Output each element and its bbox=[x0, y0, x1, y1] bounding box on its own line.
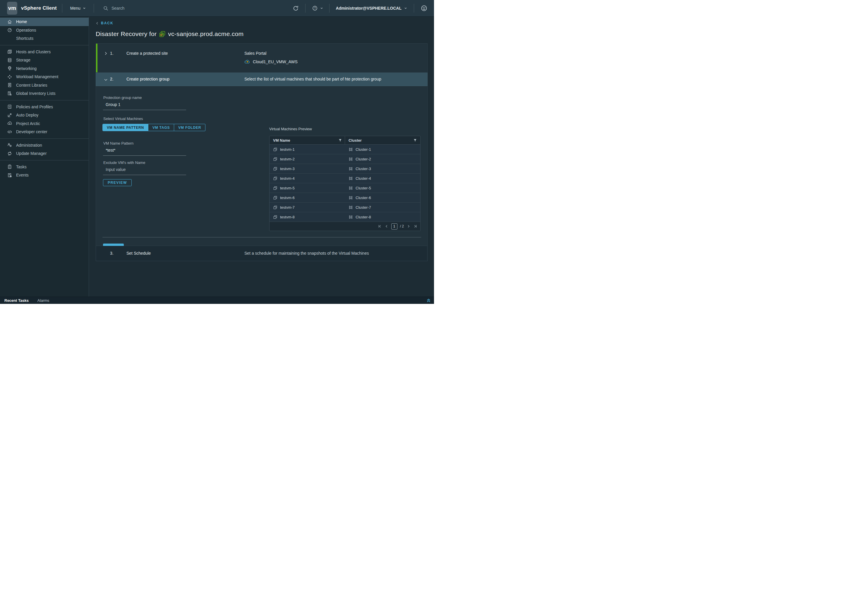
chevron-left-icon bbox=[96, 22, 99, 25]
table-row[interactable]: testvm-3 Cluster-3 bbox=[270, 164, 420, 174]
vm-preview-table: VM Name Cluster testvm-1 Cluster-1 t bbox=[269, 136, 420, 231]
sidebar-item-content-libraries[interactable]: Content Libraries bbox=[0, 81, 89, 90]
page-total-label: / 2 bbox=[400, 224, 404, 228]
step2-description: Select the list of virtual machines that… bbox=[244, 77, 381, 81]
sidebar-item-project-arctic[interactable]: Project Arctic bbox=[0, 119, 89, 128]
first-page-icon[interactable] bbox=[378, 224, 382, 228]
wizard-step-3[interactable]: 3. Set Schedule Set a schedule for maint… bbox=[96, 246, 428, 261]
expand-step1-chevron-right-icon[interactable] bbox=[104, 51, 108, 55]
sidebar-item-developer-center[interactable]: Developer center bbox=[0, 128, 89, 136]
sidebar-item-shortcuts[interactable]: Shortcuts bbox=[0, 34, 89, 43]
wizard-step-2-header[interactable]: 2. Create protection group Select the li… bbox=[96, 73, 428, 86]
vm-name-pattern-input[interactable] bbox=[103, 148, 186, 156]
tab-vm-folder[interactable]: VM FOLDER bbox=[174, 124, 205, 131]
tasks-icon bbox=[7, 164, 12, 169]
sidebar-item-global-inventory-lists[interactable]: Global Inventory Lists bbox=[0, 89, 89, 98]
step3-description: Set a schedule for maintaining the snaps… bbox=[244, 251, 369, 256]
cluster-icon bbox=[349, 215, 353, 219]
storage-icon bbox=[7, 58, 12, 63]
sidebar-item-label: Networking bbox=[16, 66, 37, 71]
table-row[interactable]: testvm-2 Cluster-2 bbox=[270, 154, 420, 164]
back-button[interactable]: BACK bbox=[96, 21, 113, 25]
sidebar-item-hosts-and-clusters[interactable]: Hosts and Clusters bbox=[0, 48, 89, 56]
sidebar-item-tasks[interactable]: Tasks bbox=[0, 163, 89, 171]
vm-preview-title: Virtual Machines Preview bbox=[269, 127, 312, 131]
cluster-icon bbox=[349, 186, 353, 190]
current-page-input[interactable]: 1 bbox=[391, 223, 397, 230]
last-page-icon[interactable] bbox=[413, 224, 417, 228]
vm-selection-tabs: VM NAME PATTERN VM TAGS VM FOLDER bbox=[102, 124, 205, 131]
collapse-step2-chevron-down-icon[interactable] bbox=[104, 78, 108, 82]
sidebar-divider bbox=[0, 100, 89, 101]
select-vms-label: Select Virtual Machines bbox=[103, 116, 143, 121]
table-row[interactable]: testvm-4 Cluster-4 bbox=[270, 174, 420, 183]
sidebar-item-storage[interactable]: Storage bbox=[0, 56, 89, 64]
chevron-down-icon bbox=[82, 6, 86, 10]
cluster-icon bbox=[349, 205, 353, 210]
table-row[interactable]: testvm-6 Cluster-6 bbox=[270, 193, 420, 203]
vm-icon bbox=[273, 186, 277, 190]
sidebar-item-administration[interactable]: Administration bbox=[0, 141, 89, 150]
sidebar-item-networking[interactable]: Networking bbox=[0, 64, 89, 73]
sidebar-item-workload-management[interactable]: Workload Management bbox=[0, 73, 89, 81]
sidebar-item-home[interactable]: Home bbox=[0, 17, 89, 26]
global-inventory-lists-icon bbox=[7, 91, 12, 96]
sidebar-item-label: Workload Management bbox=[16, 74, 58, 79]
global-search[interactable]: Search bbox=[103, 6, 124, 11]
column-header-cluster[interactable]: Cluster bbox=[345, 136, 420, 144]
table-row[interactable]: testvm-5 Cluster-5 bbox=[270, 183, 420, 193]
feedback-button[interactable] bbox=[420, 5, 428, 12]
project-arctic-icon bbox=[7, 121, 12, 126]
cluster-icon bbox=[349, 166, 353, 171]
group-name-input[interactable] bbox=[103, 102, 186, 110]
menu-label: Menu bbox=[70, 6, 81, 11]
help-menu[interactable]: ? bbox=[312, 5, 323, 11]
vcenter-icon bbox=[159, 31, 165, 37]
page-title: Disaster Recovery for vc-sanjose.prod.ac… bbox=[96, 31, 243, 37]
vmware-logo-text: vm bbox=[8, 5, 16, 11]
group-name-label: Protection group name bbox=[103, 95, 142, 100]
step1-title: Create a protected site bbox=[126, 51, 168, 56]
header-divider bbox=[62, 4, 62, 12]
filter-icon[interactable] bbox=[339, 139, 342, 142]
recent-tasks-tab[interactable]: Recent Tasks bbox=[5, 298, 29, 303]
filter-icon[interactable] bbox=[414, 139, 417, 142]
previous-page-icon[interactable] bbox=[384, 224, 389, 228]
exclude-vms-input[interactable] bbox=[103, 167, 186, 175]
app-title: vSphere Client bbox=[21, 5, 57, 11]
smiley-icon bbox=[420, 5, 428, 12]
sidebar-item-label: Policies and Profiles bbox=[16, 104, 53, 109]
vmware-logo[interactable]: vm bbox=[7, 2, 17, 15]
tab-vm-name-pattern[interactable]: VM NAME PATTERN bbox=[103, 124, 148, 131]
refresh-button[interactable] bbox=[293, 5, 299, 11]
networking-icon bbox=[7, 66, 12, 71]
sidebar-item-label: Operations bbox=[16, 28, 36, 33]
alarms-tab[interactable]: Alarms bbox=[37, 298, 49, 303]
back-label: BACK bbox=[101, 21, 113, 25]
sidebar-item-policies-and-profiles[interactable]: Policies and Profiles bbox=[0, 103, 89, 111]
next-page-icon[interactable] bbox=[406, 224, 411, 228]
sidebar-item-label: Hosts and Clusters bbox=[16, 50, 51, 54]
table-row[interactable]: testvm-1 Cluster-1 bbox=[270, 144, 420, 154]
sidebar-item-label: Events bbox=[16, 173, 29, 177]
step3-number: 3. bbox=[110, 251, 113, 256]
table-row[interactable]: testvm-7 Cluster-7 bbox=[270, 203, 420, 212]
sidebar-item-update-manager[interactable]: Update Manager bbox=[0, 149, 89, 158]
sidebar-item-label: Project Arctic bbox=[16, 121, 40, 126]
sidebar-item-label: Content Libraries bbox=[16, 83, 47, 87]
vm-icon bbox=[273, 205, 277, 210]
sidebar-item-operations[interactable]: Operations bbox=[0, 26, 89, 34]
table-row[interactable]: testvm-8 Cluster-8 bbox=[270, 212, 420, 222]
sidebar-item-events[interactable]: Events bbox=[0, 171, 89, 180]
expand-panel-double-chevron-up-icon[interactable] bbox=[426, 298, 431, 303]
column-header-vm-name[interactable]: VM Name bbox=[270, 136, 345, 144]
tab-vm-tags[interactable]: VM TAGS bbox=[148, 124, 174, 131]
disaster-recovery-wizard: 1. Create a protected site Sales Portal … bbox=[96, 43, 428, 261]
header-divider bbox=[329, 4, 330, 12]
step1-site-name: Sales Portal bbox=[244, 51, 266, 56]
menu-button[interactable]: Menu bbox=[70, 6, 86, 11]
home-icon bbox=[7, 19, 12, 24]
sidebar-item-auto-deploy[interactable]: Auto Deploy bbox=[0, 111, 89, 119]
preview-button[interactable]: PREVIEW bbox=[103, 179, 132, 186]
user-menu[interactable]: Administrator@VSPHERE.LOCAL bbox=[336, 6, 408, 11]
